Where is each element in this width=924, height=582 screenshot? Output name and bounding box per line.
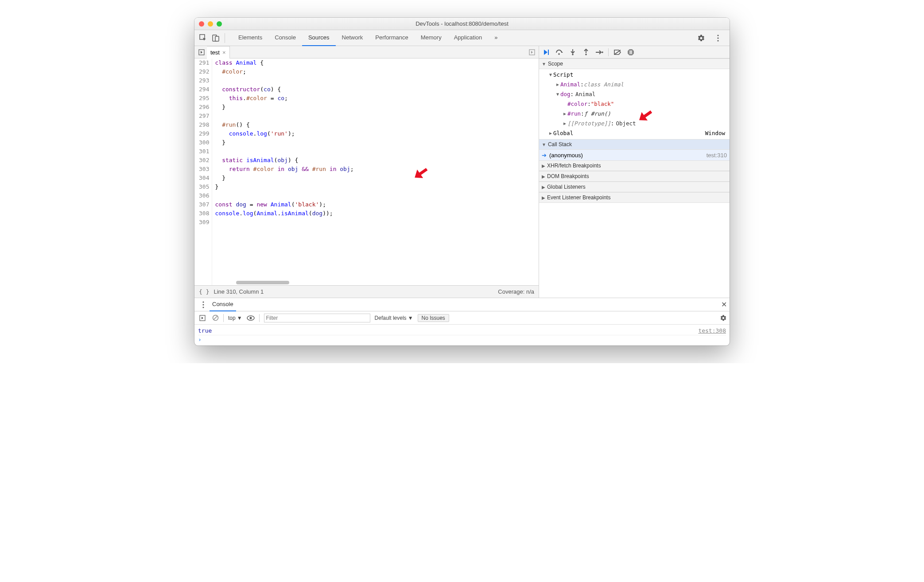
debugger-controls <box>539 46 730 58</box>
pause-on-exceptions-icon[interactable] <box>626 48 635 57</box>
drawer-tab-row: Console ✕ <box>194 298 730 311</box>
svg-point-16 <box>202 301 204 303</box>
console-settings-gear-icon[interactable] <box>720 314 727 322</box>
callstack-pane-header[interactable]: ▼Call Stack <box>539 139 730 150</box>
scope-dog-run-row[interactable]: ▶#run: ƒ #run() <box>539 109 730 119</box>
settings-gear-icon[interactable] <box>695 32 707 44</box>
svg-rect-8 <box>548 50 549 55</box>
xhr-breakpoints-header[interactable]: ▶XHR/fetch Breakpoints <box>539 160 730 171</box>
scope-pane-header[interactable]: ▼Scope <box>539 58 730 69</box>
device-toggle-icon[interactable] <box>210 32 222 44</box>
cursor-position: Line 310, Column 1 <box>214 288 264 295</box>
console-filter-input[interactable] <box>264 314 370 322</box>
svg-point-5 <box>717 40 718 41</box>
clear-console-icon[interactable] <box>212 314 219 321</box>
scope-global-row[interactable]: ▶GlobalWindow <box>539 128 730 138</box>
step-icon[interactable] <box>595 48 604 57</box>
console-sidebar-toggle-icon[interactable] <box>197 313 208 323</box>
svg-point-4 <box>717 37 718 39</box>
tab-elements[interactable]: Elements <box>232 30 268 46</box>
kebab-menu-icon[interactable] <box>712 32 724 44</box>
svg-rect-2 <box>215 36 219 41</box>
window-title: DevTools - localhost:8080/demo/test <box>194 20 730 27</box>
pretty-print-icon[interactable]: { } <box>199 288 209 295</box>
scope-dog-color-row[interactable]: ▶#color: "black" <box>539 99 730 109</box>
log-levels-selector[interactable]: Default levels▼ <box>375 315 413 321</box>
separator <box>223 314 224 322</box>
inspect-element-icon[interactable] <box>197 32 210 44</box>
panel-tabs: Elements Console Sources Network Perform… <box>232 30 695 46</box>
tab-console[interactable]: Console <box>268 30 302 46</box>
resume-icon[interactable] <box>542 48 551 57</box>
step-into-icon[interactable] <box>568 48 577 57</box>
traffic-lights <box>199 21 222 27</box>
devtools-window: DevTools - localhost:8080/demo/test Elem… <box>194 18 730 345</box>
tab-sources[interactable]: Sources <box>302 30 336 46</box>
svg-point-11 <box>585 54 587 55</box>
svg-rect-14 <box>630 50 631 54</box>
drawer-close-icon[interactable]: ✕ <box>721 300 727 309</box>
code-editor[interactable]: 2912922932942952962972982993003013023033… <box>194 58 539 285</box>
scope-pane-body: ▼Script ▶Animal: class Animal ▼dog: Anim… <box>539 69 730 139</box>
maximize-window-button[interactable] <box>217 21 222 27</box>
context-selector[interactable]: top▼ <box>228 315 242 321</box>
svg-point-9 <box>558 53 560 55</box>
file-tab-test[interactable]: test × <box>207 46 230 58</box>
separator <box>225 33 225 43</box>
scope-dog-proto-row[interactable]: ▶[[Prototype]]: Object <box>539 119 730 128</box>
code-area[interactable]: class Animal { #color; constructor(co) {… <box>212 58 539 285</box>
drawer-tab-console[interactable]: Console <box>210 298 236 311</box>
current-frame-pointer-icon: ➔ <box>542 152 547 159</box>
svg-point-10 <box>572 54 574 55</box>
scope-dog-row[interactable]: ▼dog: Animal <box>539 89 730 99</box>
svg-rect-15 <box>631 50 632 54</box>
console-toolbar: top▼ Default levels▼ No Issues <box>194 311 730 325</box>
step-over-icon[interactable] <box>555 48 564 57</box>
file-tab-bar: test × <box>194 46 539 58</box>
event-listener-breakpoints-header[interactable]: ▶Event Listener Breakpoints <box>539 192 730 203</box>
svg-point-18 <box>202 307 204 308</box>
file-tab-label: test <box>210 49 220 56</box>
show-navigator-icon[interactable] <box>196 47 207 58</box>
main-toolbar: Elements Console Sources Network Perform… <box>194 30 730 46</box>
tab-application[interactable]: Application <box>448 30 489 46</box>
deactivate-breakpoints-icon[interactable] <box>613 48 622 57</box>
close-window-button[interactable] <box>199 21 204 27</box>
tab-memory[interactable]: Memory <box>415 30 448 46</box>
console-source-link[interactable]: test:308 <box>698 327 726 334</box>
console-drawer: Console ✕ top▼ Default levels▼ No Issues… <box>194 298 730 345</box>
tab-network[interactable]: Network <box>336 30 369 46</box>
console-log-line[interactable]: true test:308 <box>198 326 726 335</box>
line-gutter: 2912922932942952962972982993003013023033… <box>194 58 212 285</box>
step-out-icon[interactable] <box>582 48 590 57</box>
svg-line-21 <box>214 316 217 320</box>
scope-script-section[interactable]: ▼Script <box>539 70 730 80</box>
tabs-overflow[interactable]: » <box>488 30 504 46</box>
console-output[interactable]: true test:308 › <box>194 325 730 345</box>
live-expression-icon[interactable] <box>247 315 255 321</box>
console-prompt[interactable]: › <box>198 335 726 344</box>
run-snippet-icon[interactable] <box>529 49 539 55</box>
editor-statusbar: { } Line 310, Column 1 Coverage: n/a <box>194 285 539 298</box>
scope-animal-row[interactable]: ▶Animal: class Animal <box>539 80 730 89</box>
svg-point-17 <box>202 304 204 305</box>
separator <box>608 48 609 56</box>
svg-point-12 <box>602 51 603 53</box>
coverage-status: Coverage: n/a <box>498 288 534 295</box>
svg-point-3 <box>717 35 718 36</box>
svg-point-23 <box>249 317 252 319</box>
separator <box>259 314 260 322</box>
issues-button[interactable]: No Issues <box>418 314 449 322</box>
debugger-sidebar: ▼Scope ▼Script ▶Animal: class Animal ▼do… <box>539 46 730 298</box>
close-file-tab-icon[interactable]: × <box>222 49 226 56</box>
global-listeners-header[interactable]: ▶Global Listeners <box>539 182 730 192</box>
sources-panel: test × 291292293294295296297298299300301… <box>194 46 539 298</box>
window-titlebar: DevTools - localhost:8080/demo/test <box>194 18 730 30</box>
dom-breakpoints-header[interactable]: ▶DOM Breakpoints <box>539 171 730 182</box>
callstack-frame[interactable]: ➔ (anonymous) test:310 <box>539 150 730 160</box>
drawer-menu-icon[interactable] <box>197 299 210 311</box>
minimize-window-button[interactable] <box>208 21 213 27</box>
tab-performance[interactable]: Performance <box>369 30 414 46</box>
horizontal-scrollbar[interactable] <box>236 281 289 284</box>
